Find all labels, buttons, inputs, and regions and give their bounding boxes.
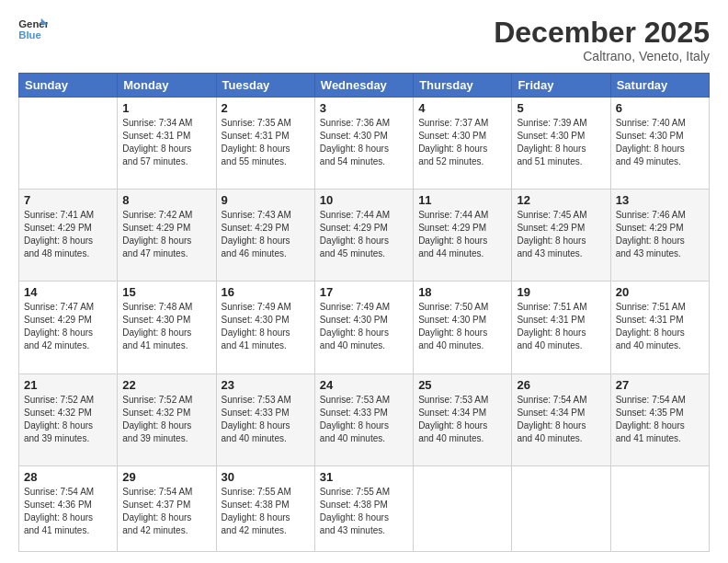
table-row: 29Sunrise: 7:54 AM Sunset: 4:37 PM Dayli… xyxy=(118,465,216,551)
col-friday: Friday xyxy=(512,74,610,98)
table-row: 12Sunrise: 7:45 AM Sunset: 4:29 PM Dayli… xyxy=(512,190,610,282)
day-info: Sunrise: 7:54 AM Sunset: 4:34 PM Dayligh… xyxy=(517,394,605,445)
day-number: 29 xyxy=(122,470,210,484)
table-row: 1Sunrise: 7:34 AM Sunset: 4:31 PM Daylig… xyxy=(118,98,216,190)
table-row: 16Sunrise: 7:49 AM Sunset: 4:30 PM Dayli… xyxy=(216,282,314,373)
day-info: Sunrise: 7:34 AM Sunset: 4:31 PM Dayligh… xyxy=(122,117,210,168)
day-number: 3 xyxy=(320,101,408,115)
day-number: 28 xyxy=(24,470,112,484)
table-row: 3Sunrise: 7:36 AM Sunset: 4:30 PM Daylig… xyxy=(314,98,413,190)
day-info: Sunrise: 7:48 AM Sunset: 4:30 PM Dayligh… xyxy=(122,301,210,352)
day-info: Sunrise: 7:55 AM Sunset: 4:38 PM Dayligh… xyxy=(320,486,408,537)
day-info: Sunrise: 7:47 AM Sunset: 4:29 PM Dayligh… xyxy=(24,301,112,352)
day-info: Sunrise: 7:55 AM Sunset: 4:38 PM Dayligh… xyxy=(222,486,310,537)
day-info: Sunrise: 7:53 AM Sunset: 4:33 PM Dayligh… xyxy=(320,394,408,445)
day-number: 25 xyxy=(418,378,506,392)
day-number: 6 xyxy=(616,101,704,115)
location: Caltrano, Veneto, Italy xyxy=(494,49,710,63)
day-info: Sunrise: 7:36 AM Sunset: 4:30 PM Dayligh… xyxy=(320,117,408,168)
day-info: Sunrise: 7:53 AM Sunset: 4:33 PM Dayligh… xyxy=(222,394,310,445)
day-number: 31 xyxy=(320,470,408,484)
day-info: Sunrise: 7:49 AM Sunset: 4:30 PM Dayligh… xyxy=(222,301,310,352)
day-number: 24 xyxy=(320,378,408,392)
day-info: Sunrise: 7:52 AM Sunset: 4:32 PM Dayligh… xyxy=(122,394,210,445)
day-info: Sunrise: 7:39 AM Sunset: 4:30 PM Dayligh… xyxy=(517,117,605,168)
table-row xyxy=(19,98,118,190)
table-row: 18Sunrise: 7:50 AM Sunset: 4:30 PM Dayli… xyxy=(414,282,512,373)
day-number: 7 xyxy=(24,193,112,207)
day-info: Sunrise: 7:52 AM Sunset: 4:32 PM Dayligh… xyxy=(24,394,112,445)
day-number: 23 xyxy=(222,378,310,392)
table-row: 10Sunrise: 7:44 AM Sunset: 4:29 PM Dayli… xyxy=(314,190,413,282)
table-row: 8Sunrise: 7:42 AM Sunset: 4:29 PM Daylig… xyxy=(118,190,216,282)
day-number: 5 xyxy=(517,101,605,115)
day-info: Sunrise: 7:42 AM Sunset: 4:29 PM Dayligh… xyxy=(122,209,210,260)
day-info: Sunrise: 7:53 AM Sunset: 4:34 PM Dayligh… xyxy=(418,394,506,445)
day-number: 12 xyxy=(517,193,605,207)
table-row: 9Sunrise: 7:43 AM Sunset: 4:29 PM Daylig… xyxy=(216,190,314,282)
table-row: 6Sunrise: 7:40 AM Sunset: 4:30 PM Daylig… xyxy=(610,98,709,190)
table-row: 11Sunrise: 7:44 AM Sunset: 4:29 PM Dayli… xyxy=(414,190,512,282)
table-row: 7Sunrise: 7:41 AM Sunset: 4:29 PM Daylig… xyxy=(19,190,118,282)
day-info: Sunrise: 7:44 AM Sunset: 4:29 PM Dayligh… xyxy=(320,209,408,260)
header: General Blue December 2025 Caltrano, Ven… xyxy=(18,17,710,63)
day-number: 10 xyxy=(320,193,408,207)
col-monday: Monday xyxy=(118,74,216,98)
table-row: 5Sunrise: 7:39 AM Sunset: 4:30 PM Daylig… xyxy=(512,98,610,190)
day-info: Sunrise: 7:50 AM Sunset: 4:30 PM Dayligh… xyxy=(418,301,506,352)
day-number: 2 xyxy=(222,101,310,115)
table-row: 31Sunrise: 7:55 AM Sunset: 4:38 PM Dayli… xyxy=(314,465,413,551)
table-row: 28Sunrise: 7:54 AM Sunset: 4:36 PM Dayli… xyxy=(19,465,118,551)
day-info: Sunrise: 7:51 AM Sunset: 4:31 PM Dayligh… xyxy=(616,301,704,352)
table-row: 17Sunrise: 7:49 AM Sunset: 4:30 PM Dayli… xyxy=(314,282,413,373)
table-row: 27Sunrise: 7:54 AM Sunset: 4:35 PM Dayli… xyxy=(610,373,709,465)
day-number: 15 xyxy=(122,285,210,299)
table-row: 25Sunrise: 7:53 AM Sunset: 4:34 PM Dayli… xyxy=(414,373,512,465)
day-number: 27 xyxy=(616,378,704,392)
day-number: 14 xyxy=(24,285,112,299)
day-number: 11 xyxy=(418,193,506,207)
table-row xyxy=(414,465,512,551)
day-number: 17 xyxy=(320,285,408,299)
day-number: 22 xyxy=(122,378,210,392)
day-number: 1 xyxy=(122,101,210,115)
day-info: Sunrise: 7:44 AM Sunset: 4:29 PM Dayligh… xyxy=(418,209,506,260)
month-title: December 2025 xyxy=(494,17,710,49)
table-row: 13Sunrise: 7:46 AM Sunset: 4:29 PM Dayli… xyxy=(610,190,709,282)
calendar: Sunday Monday Tuesday Wednesday Thursday… xyxy=(18,73,710,552)
logo-icon: General Blue xyxy=(18,17,48,42)
day-info: Sunrise: 7:43 AM Sunset: 4:29 PM Dayligh… xyxy=(222,209,310,260)
logo: General Blue xyxy=(18,17,48,42)
table-row: 24Sunrise: 7:53 AM Sunset: 4:33 PM Dayli… xyxy=(314,373,413,465)
day-number: 16 xyxy=(222,285,310,299)
day-info: Sunrise: 7:54 AM Sunset: 4:36 PM Dayligh… xyxy=(24,486,112,537)
day-info: Sunrise: 7:54 AM Sunset: 4:37 PM Dayligh… xyxy=(122,486,210,537)
table-row: 2Sunrise: 7:35 AM Sunset: 4:31 PM Daylig… xyxy=(216,98,314,190)
svg-text:Blue: Blue xyxy=(18,29,41,40)
day-number: 21 xyxy=(24,378,112,392)
day-number: 9 xyxy=(222,193,310,207)
day-number: 19 xyxy=(517,285,605,299)
day-number: 13 xyxy=(616,193,704,207)
table-row xyxy=(512,465,610,551)
day-info: Sunrise: 7:46 AM Sunset: 4:29 PM Dayligh… xyxy=(616,209,704,260)
col-thursday: Thursday xyxy=(414,74,512,98)
table-row: 20Sunrise: 7:51 AM Sunset: 4:31 PM Dayli… xyxy=(610,282,709,373)
table-row: 26Sunrise: 7:54 AM Sunset: 4:34 PM Dayli… xyxy=(512,373,610,465)
day-info: Sunrise: 7:51 AM Sunset: 4:31 PM Dayligh… xyxy=(517,301,605,352)
day-info: Sunrise: 7:37 AM Sunset: 4:30 PM Dayligh… xyxy=(418,117,506,168)
table-row: 21Sunrise: 7:52 AM Sunset: 4:32 PM Dayli… xyxy=(19,373,118,465)
table-row: 22Sunrise: 7:52 AM Sunset: 4:32 PM Dayli… xyxy=(118,373,216,465)
title-block: December 2025 Caltrano, Veneto, Italy xyxy=(494,17,710,63)
day-number: 4 xyxy=(418,101,506,115)
day-number: 8 xyxy=(122,193,210,207)
table-row: 23Sunrise: 7:53 AM Sunset: 4:33 PM Dayli… xyxy=(216,373,314,465)
col-wednesday: Wednesday xyxy=(314,74,413,98)
table-row: 14Sunrise: 7:47 AM Sunset: 4:29 PM Dayli… xyxy=(19,282,118,373)
table-row: 4Sunrise: 7:37 AM Sunset: 4:30 PM Daylig… xyxy=(414,98,512,190)
table-row: 19Sunrise: 7:51 AM Sunset: 4:31 PM Dayli… xyxy=(512,282,610,373)
table-row xyxy=(610,465,709,551)
day-number: 26 xyxy=(517,378,605,392)
day-info: Sunrise: 7:54 AM Sunset: 4:35 PM Dayligh… xyxy=(616,394,704,445)
day-number: 30 xyxy=(222,470,310,484)
